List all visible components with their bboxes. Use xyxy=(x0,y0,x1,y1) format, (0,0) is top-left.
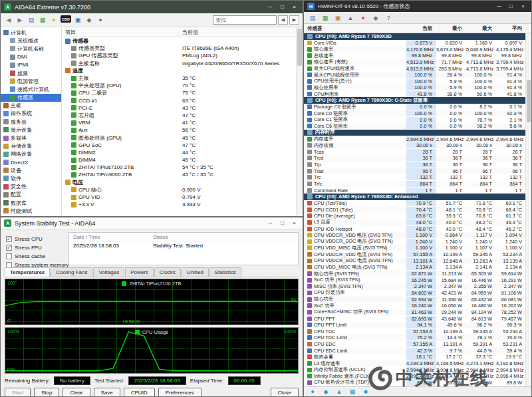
tab-powers[interactable]: Powers xyxy=(125,267,154,277)
clear-button[interactable]: Clear xyxy=(63,388,90,397)
start-button[interactable]: Start xyxy=(5,388,31,397)
sensor-row[interactable]: GPU 传感器类型PMLog (ADL2) xyxy=(62,52,296,59)
stress-option-row[interactable]: ✓Stress CPU xyxy=(6,235,67,243)
sensor-group-header[interactable]: CPU [#0]: AMD Ryzen 7 7800X3D: Enhanced xyxy=(304,194,531,200)
layout-icon[interactable]: ▦ xyxy=(348,387,357,396)
sensor-row[interactable]: 核心功率 (SVI3 TFN)62.871 W11.213 W65.303 W5… xyxy=(304,271,531,277)
sensors-icon[interactable]: ▦ xyxy=(321,13,330,23)
sensor-row[interactable]: CCD #163 °C xyxy=(62,97,296,104)
sensor-row[interactable]: CPU TDC57.153 A10.199 A59.345 A53.234 A xyxy=(304,328,531,334)
sensor-row[interactable]: CPU利用率41.8 %38.8 %50.6 %41.8 % xyxy=(304,91,531,98)
sensor-row[interactable]: L3 缓存速率4,194.3 MHz4,169.5 MHz4,273.1 MHz… xyxy=(304,360,531,367)
sidebar-item-计算机名称[interactable]: 计算机名称 xyxy=(1,45,61,53)
close-button[interactable]: Close xyxy=(271,388,299,397)
sensor-row[interactable]: CPU TDC Limit75.2 %13.4 %78.1 %70.0 % xyxy=(304,334,531,341)
summary-icon[interactable]: ▣ xyxy=(333,13,342,23)
sensor-row[interactable]: 传感器类型ITE IT8689E (ISA A40h) xyxy=(62,45,296,52)
sidebar-item-IPMI[interactable]: IPMI xyxy=(1,61,61,69)
search-input[interactable] xyxy=(213,15,277,25)
info-icon[interactable]: ● xyxy=(96,15,105,25)
sidebar-item-数据库[interactable]: 数据库 xyxy=(1,199,61,207)
config-icon[interactable]: ■ xyxy=(361,387,370,396)
minimize-button[interactable]: ─ xyxy=(494,2,504,11)
sensor-row[interactable]: CPU (Tctl/Tdie)70.9 °C51.7 °C71.8 °C69.1… xyxy=(304,200,531,207)
sensor-row[interactable]: +3.3 V3.344 V xyxy=(62,201,296,208)
sensor-row[interactable]: 主板35 °C xyxy=(62,74,296,82)
cpuid-button[interactable]: CPUID xyxy=(124,388,155,397)
sensor-row[interactable]: 散热余量18.1 °C17.2 °C37.3 °C19.9 °C xyxy=(304,354,531,360)
sensor-section-row[interactable]: 传感器 xyxy=(62,37,296,45)
sensor-row[interactable]: CPU VDDCR_VDD 电压 (SVI3 TFN)1.100 V0.864 … xyxy=(304,232,531,239)
sidebar-item-软件[interactable]: 软件 xyxy=(1,174,61,182)
sidebar-item-DirectX[interactable]: DirectX xyxy=(1,158,61,166)
sensor-row[interactable]: Trc132 T132 T132 T132 T xyxy=(304,174,531,181)
sensor-row[interactable]: 核心速率4,170.6 MHz3,673.0 MHz5,040.9 MHz4,1… xyxy=(304,46,531,53)
sensor-row[interactable]: Infinity Fabric 速率 (FCLK)2,096.4 MHz2,09… xyxy=(304,373,531,380)
sidebar-item-配置[interactable]: 配置 xyxy=(1,191,61,199)
sidebar-item-安全性[interactable]: 安全性 xyxy=(1,183,61,191)
sensor-row[interactable]: Aux56 °C xyxy=(62,126,296,134)
sensor-row[interactable]: ZHITAI TiPlus7100 2TB54 °C / 35 °C xyxy=(62,164,296,171)
stress-option-row[interactable]: ✓Stress FPU xyxy=(6,243,67,252)
osd-icon[interactable]: OSD xyxy=(61,15,71,23)
sensor-row[interactable]: DIMM244 °C xyxy=(62,149,296,156)
sidebar-item-主板[interactable]: 主板 xyxy=(1,102,61,110)
sidebar-item-超频[interactable]: 超频 xyxy=(1,69,61,77)
column-minimum[interactable]: 最小 xyxy=(436,25,466,32)
column-current[interactable]: 当前 xyxy=(406,25,436,32)
sensorpanel-icon[interactable]: ▣ xyxy=(73,15,82,25)
sidebar-item-系统概述[interactable]: 系统概述 xyxy=(1,37,61,45)
help-icon[interactable]: ? xyxy=(384,13,393,23)
minimize-button[interactable]: ─ xyxy=(265,3,275,11)
save-report-icon[interactable]: ▤ xyxy=(308,13,317,23)
sensor-row[interactable]: CPU IOD Hotspot48.0 °C42.0 °C48.4 °C46.2… xyxy=(304,225,531,232)
sensor-row[interactable]: SoC 功率 (SVI3 TFN)16.245 W15.684 W16.446 … xyxy=(304,277,531,283)
sidebar-item-DMI[interactable]: DMI xyxy=(1,53,61,61)
sensor-row[interactable]: CPU 二极管75 °C xyxy=(62,89,296,96)
sensor-row[interactable]: CPU VDDCR_VDD 电流 (SVI3 TFN)57.155 A10.19… xyxy=(304,251,531,258)
sensor-row[interactable]: CPU 核心0.900 V xyxy=(62,186,296,194)
gear-icon[interactable]: ◆ xyxy=(84,15,94,25)
sensor-row[interactable]: CPU EDC Limit42.3 %9.7 %44.0 %39.4 % xyxy=(304,347,531,354)
stress-option-row[interactable]: Stress cache xyxy=(6,252,67,261)
sensor-row[interactable]: 最大CPU/线程使用率100.0 %26.4 %100.0 %91.4 % xyxy=(304,72,531,78)
tab-clocks[interactable]: Clocks xyxy=(154,267,181,277)
sidebar-item-网络设备[interactable]: 网络设备 xyxy=(1,150,61,158)
sensor-row[interactable]: Core C1 驻留率0.0 %0.0 %78.7 %2.1 % xyxy=(304,116,531,123)
sensor-group-header[interactable]: CPU [#0]: AMD Ryzen 7 7800X3D xyxy=(304,33,531,40)
sidebar-item-服务器[interactable]: 服务器 xyxy=(1,118,61,126)
sensor-section-row[interactable]: 温度 xyxy=(62,67,296,74)
sensor-row[interactable]: DIMM445 °C xyxy=(62,156,296,164)
sensor-row[interactable]: 内存倍频30.00 x30.00 x30.00 x30.00 x xyxy=(304,142,531,149)
sensor-row[interactable]: CPU Die (average)63.6 °C39.5 °C70.8 °C61… xyxy=(304,213,531,219)
search-prev-button[interactable]: ◀ xyxy=(278,15,288,25)
sensor-row[interactable]: CPU PPT Limit94.1 %49.6 %96.2 %90.3 % xyxy=(304,322,531,329)
tab-unified[interactable]: Unified xyxy=(182,267,209,277)
checkbox[interactable]: ✓ xyxy=(6,236,12,242)
sensor-row[interactable]: CPU EDC57.155 A13.101 A59.391 A53.231 A xyxy=(304,341,531,348)
sensor-row[interactable]: CPU VDD_MISC 电流 (SVI3 TFN)2.134 A2.134 A… xyxy=(304,264,531,271)
sensor-row[interactable]: 内存速率2,994.6 MHz2,994.6 MHz2,994.6 MHz2,9… xyxy=(304,136,531,142)
sensor-section-row[interactable]: 电压 xyxy=(62,179,296,186)
maximize-button[interactable]: □ xyxy=(277,219,287,227)
column-average[interactable]: 平均 xyxy=(496,25,526,32)
column-maximum[interactable]: 最大 xyxy=(466,25,496,32)
sensor-row[interactable]: 图形处理器 (GPU)45 °C xyxy=(62,134,296,141)
sensor-row[interactable]: 主板名称Gigabyte A620/B650/TRX50/X670 Series xyxy=(62,60,296,67)
sensor-row[interactable]: Command Rate1 T1 T1 T1 T xyxy=(304,187,531,194)
sensor-row[interactable]: 内存控制器速率 (UCLK)2,994.6 MHz2,994.6 MHz2,99… xyxy=(304,366,531,373)
stop-button[interactable]: Stop xyxy=(34,388,59,397)
sidebar-item-计算机[interactable]: 计算机 xyxy=(1,29,61,37)
sensor-row[interactable]: Tras96 T96 T96 T96 T xyxy=(304,168,531,174)
sensor-row[interactable]: CPU PPT82.693 W43.640 W84.613 W79.457 W xyxy=(304,315,531,322)
sidebar-item-性能测试[interactable]: 性能测试 xyxy=(1,207,61,215)
sensor-row[interactable]: Trcd36 T36 T36 T36 T xyxy=(304,155,531,162)
sensor-row[interactable]: Trp36 T36 T36 T36 T xyxy=(304,162,531,168)
column-header-item[interactable]: 项目 xyxy=(62,29,179,36)
lightbulb-icon[interactable]: ● xyxy=(49,15,59,25)
close-button[interactable]: × xyxy=(289,219,299,227)
clock-icon[interactable]: ● xyxy=(308,387,317,396)
sensor-row[interactable]: Core C6 驻留率0.0 %0.0 %98.2 %5.6 % xyxy=(304,123,531,130)
sensor-row[interactable]: 最大CPU/线程速率4,513.9 MHz283.5 MHz4,713.8 MH… xyxy=(304,65,531,72)
sensor-row[interactable]: CPU CCD1 (Tdie)70.4 °C48.1 °C70.8 °C68.4… xyxy=(304,206,531,213)
